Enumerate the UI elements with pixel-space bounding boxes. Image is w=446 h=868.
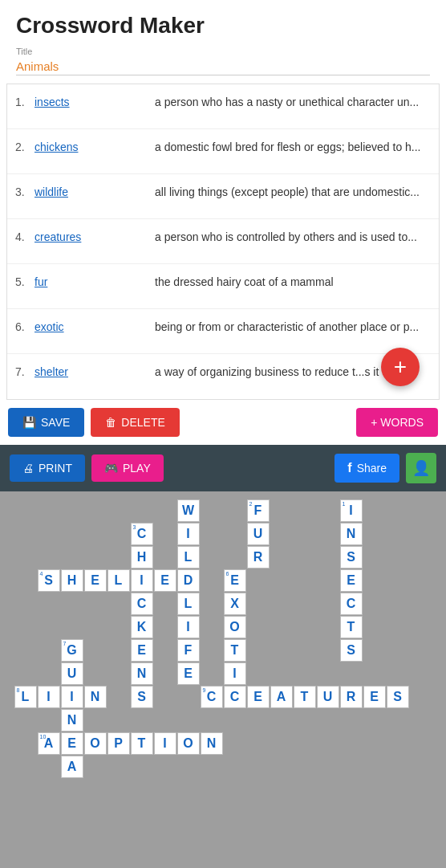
crossword-cell: K (131, 616, 153, 638)
empty-cell (84, 639, 107, 662)
empty-cell (247, 779, 270, 801)
word-term[interactable]: shelter (34, 365, 155, 378)
crossword-cell: N (61, 709, 83, 731)
add-words-button[interactable]: + WORDS (356, 408, 438, 437)
crossword-cell: C (224, 686, 246, 708)
empty-cell (247, 662, 270, 685)
add-word-fab[interactable]: + (381, 348, 420, 386)
empty-cell (363, 593, 386, 615)
crossword-cell: N (131, 662, 153, 685)
empty-cell (201, 779, 223, 801)
empty-cell (340, 732, 363, 755)
empty-cell (317, 569, 339, 592)
empty-cell (84, 756, 107, 778)
empty-cell (107, 639, 130, 662)
empty-cell (154, 709, 176, 731)
empty-cell (410, 593, 432, 615)
word-row[interactable]: 4. creatures a person who is controlled … (7, 219, 439, 264)
empty-cell (154, 779, 176, 801)
empty-cell (294, 569, 316, 592)
delete-button[interactable]: 🗑 DELETE (91, 408, 179, 437)
empty-cell (410, 523, 432, 545)
print-button[interactable]: 🖨 PRINT (10, 454, 85, 482)
empty-cell (247, 616, 270, 638)
crossword-cell: T (131, 732, 153, 755)
word-row[interactable]: 5. fur the dressed hairy coat of a mamma… (7, 264, 439, 309)
empty-cell (410, 499, 432, 522)
empty-cell (84, 779, 107, 801)
empty-cell (38, 639, 60, 662)
empty-cell (387, 569, 409, 592)
word-row[interactable]: 2. chickens a domestic fowl bred for fle… (7, 129, 439, 174)
empty-cell (14, 802, 37, 825)
empty-cell (177, 709, 200, 731)
empty-cell (387, 662, 409, 685)
empty-cell (410, 662, 432, 685)
empty-cell (61, 779, 83, 801)
empty-cell (131, 756, 153, 778)
empty-cell (247, 756, 270, 778)
empty-cell (177, 849, 200, 868)
empty-cell (294, 732, 316, 755)
empty-cell (154, 616, 176, 638)
crossword-cell: 2F (247, 499, 270, 522)
word-list: 1. insects a person who has a nasty or u… (6, 84, 440, 400)
crossword-cell: I (177, 523, 200, 545)
empty-cell (61, 825, 83, 848)
empty-cell (38, 616, 60, 638)
word-term[interactable]: wildlife (34, 185, 155, 198)
empty-cell (84, 499, 107, 522)
word-term[interactable]: chickens (34, 141, 155, 153)
crossword-cell: E (84, 569, 107, 592)
empty-cell (247, 569, 270, 592)
crossword-cell: I (38, 686, 60, 708)
empty-cell (387, 709, 409, 731)
user-avatar-button[interactable]: 👤 (406, 453, 436, 483)
empty-cell (201, 662, 223, 685)
word-clue: all living things (except people) that a… (155, 185, 431, 198)
play-button[interactable]: 🎮 PLAY (91, 454, 164, 482)
empty-cell (317, 756, 339, 778)
word-row[interactable]: 6. exotic being or from or characteristi… (7, 309, 439, 354)
crossword-cell: I (224, 662, 246, 685)
crossword-cell: F (177, 639, 200, 662)
empty-cell (38, 499, 60, 522)
save-button[interactable]: 💾 SAVE (8, 408, 84, 437)
empty-cell (154, 499, 176, 522)
crossword-cell: L (177, 593, 200, 615)
word-term[interactable]: creatures (34, 230, 155, 243)
crossword-cell: X (224, 593, 246, 615)
word-row[interactable]: 1. insects a person who has a nasty or u… (7, 84, 439, 129)
empty-cell (107, 686, 130, 708)
empty-cell (270, 662, 293, 685)
empty-cell (177, 802, 200, 825)
empty-cell (177, 779, 200, 801)
crossword-cell: E (247, 686, 270, 708)
empty-cell (224, 546, 246, 568)
word-term[interactable]: fur (34, 275, 155, 288)
empty-cell (14, 546, 37, 568)
empty-cell (14, 662, 37, 685)
word-clue: a person who has a nasty or unethical ch… (155, 96, 431, 108)
empty-cell (107, 499, 130, 522)
empty-cell (363, 825, 386, 848)
word-term[interactable]: insects (34, 96, 155, 108)
empty-cell (387, 756, 409, 778)
empty-cell (201, 499, 223, 522)
empty-cell (340, 825, 363, 848)
share-button[interactable]: f Share (334, 454, 399, 483)
empty-cell (84, 825, 107, 848)
crossword-cell: L (107, 569, 130, 592)
word-row[interactable]: 7. shelter a way of organizing business … (7, 354, 439, 399)
puzzle-title-input[interactable] (16, 58, 430, 75)
crossword-cell: 10A (38, 732, 60, 755)
word-row[interactable]: 3. wildlife all living things (except pe… (7, 174, 439, 219)
empty-cell (154, 546, 176, 568)
word-clue: a domestic fowl bred for flesh or eggs; … (155, 141, 431, 153)
empty-cell (387, 616, 409, 638)
word-clue: being or from or characteristic of anoth… (155, 320, 431, 333)
empty-cell (317, 849, 339, 868)
empty-cell (61, 802, 83, 825)
crossword-grid: W2F1I3CIUNHLRS4SHELIED6EECLXCKIOT7GEFTSU… (14, 499, 432, 868)
word-term[interactable]: exotic (34, 320, 155, 333)
